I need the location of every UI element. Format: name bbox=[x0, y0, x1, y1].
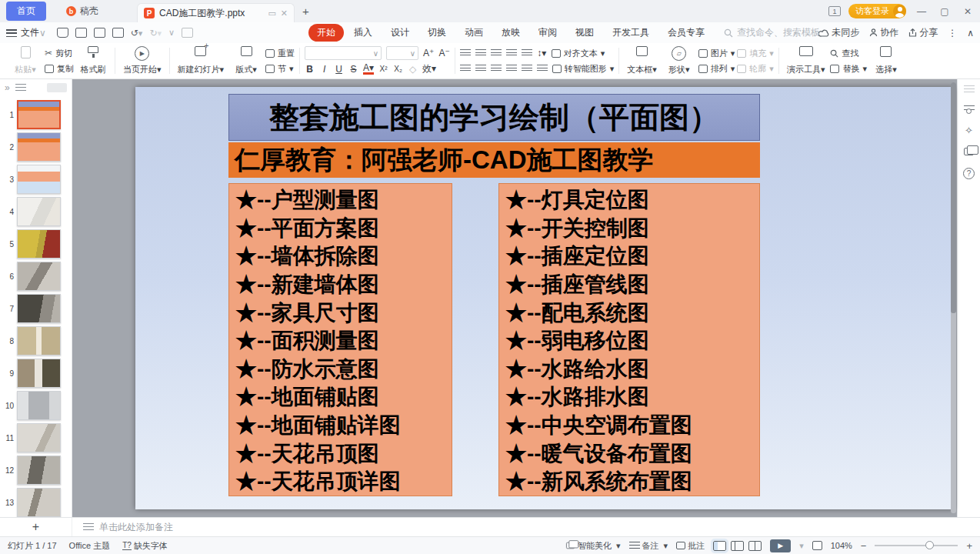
strikethrough-button[interactable]: S bbox=[348, 64, 358, 75]
more-quick-icons-chevron[interactable]: ∨ bbox=[168, 28, 175, 38]
subscript-button[interactable]: X₂ bbox=[393, 65, 403, 73]
copy-button[interactable]: 复制 bbox=[45, 62, 74, 75]
slide-sorter-view-icon[interactable] bbox=[731, 541, 744, 551]
thumbnail-preview[interactable] bbox=[17, 165, 61, 194]
outline-button[interactable]: 轮廓▾ bbox=[737, 62, 774, 75]
menu-tab-3[interactable]: 设计 bbox=[382, 24, 418, 42]
picture-button[interactable]: 图片▾ bbox=[698, 46, 735, 60]
smart-graphic-button[interactable]: 转智能图形▾ bbox=[552, 62, 615, 75]
command-search[interactable]: 查找命令、搜索模板 bbox=[724, 26, 820, 39]
maximize-button[interactable]: ▢ bbox=[937, 6, 952, 17]
replace-button[interactable]: 替换▾ bbox=[830, 62, 867, 75]
tab-close-icon[interactable]: ✕ bbox=[281, 8, 288, 18]
zoom-level[interactable]: 104% bbox=[831, 541, 852, 550]
format-painter-button[interactable]: 格式刷 bbox=[76, 45, 110, 77]
slide-thumbnail-13[interactable]: 13 bbox=[0, 487, 72, 517]
font-color-button[interactable]: A▾ bbox=[363, 64, 374, 75]
thumbnail-preview[interactable] bbox=[17, 262, 61, 291]
zoom-out-button[interactable]: − bbox=[861, 540, 867, 552]
line-spacing-icon[interactable] bbox=[522, 49, 532, 58]
thumbnail-preview[interactable] bbox=[17, 456, 61, 485]
thumbnail-preview[interactable] bbox=[17, 488, 61, 517]
align-right-icon[interactable] bbox=[491, 65, 502, 73]
menu-tab-1[interactable]: 开始 bbox=[308, 24, 344, 42]
menu-tab-4[interactable]: 切换 bbox=[419, 24, 455, 42]
slide-thumbnail-3[interactable]: 3 bbox=[0, 164, 72, 195]
font-size-combo[interactable]: ∨ bbox=[386, 46, 418, 60]
find-button[interactable]: 查找 bbox=[830, 46, 867, 60]
bullets-icon[interactable] bbox=[460, 49, 471, 58]
slide-thumbnail-11[interactable]: 11 bbox=[0, 422, 72, 453]
help-icon[interactable]: ? bbox=[963, 168, 975, 179]
home-tab[interactable]: 首页 bbox=[6, 2, 46, 21]
columns-icon[interactable] bbox=[537, 65, 548, 73]
canvas-scrollbar[interactable] bbox=[951, 82, 956, 513]
text-box-button[interactable]: 文本框▾ bbox=[624, 45, 660, 77]
present-tools-button[interactable]: 演示工具▾ bbox=[784, 45, 828, 77]
fill-button[interactable]: 填充▾ bbox=[737, 46, 774, 60]
cut-button[interactable]: ✂剪切 bbox=[45, 46, 74, 60]
notes-toggle-button[interactable]: 备注 ▾ bbox=[629, 540, 668, 552]
document-tab[interactable]: P CAD施工图教学.pptx ▭ ✕ bbox=[137, 3, 295, 22]
text-direction-icon[interactable]: ↕▾ bbox=[537, 48, 547, 58]
collaborate-button[interactable]: 协作 bbox=[869, 26, 898, 39]
normal-view-icon[interactable] bbox=[713, 541, 726, 551]
undo-icon[interactable]: ↺▾ bbox=[131, 28, 143, 38]
thumbnail-preview[interactable] bbox=[17, 423, 61, 452]
decrease-font-icon[interactable]: A⁻ bbox=[438, 48, 449, 58]
menu-tab-7[interactable]: 审阅 bbox=[530, 24, 565, 42]
minimize-button[interactable]: — bbox=[914, 6, 929, 17]
play-options-chevron[interactable]: ▾ bbox=[799, 541, 804, 551]
slide-thumbnail-5[interactable]: 5 bbox=[0, 229, 72, 259]
slide-subtitle-banner[interactable]: 仁厚教育：阿强老师-CAD施工图教学 bbox=[228, 142, 760, 178]
missing-font-warning[interactable]: T? 缺失字体 bbox=[122, 540, 168, 552]
guest-login-button[interactable]: 访客登录 bbox=[848, 4, 906, 18]
thumbnail-preview[interactable] bbox=[17, 326, 61, 355]
object-properties-icon[interactable] bbox=[964, 105, 975, 113]
slide-thumbnail-10[interactable]: 10 bbox=[0, 390, 72, 421]
tab-menu-icon[interactable]: ▭ bbox=[268, 8, 275, 18]
scrollbar-thumb[interactable] bbox=[951, 82, 956, 313]
slide-1[interactable]: 整套施工图的学习绘制（平面图） 仁厚教育：阿强老师-CAD施工图教学 ★--户型… bbox=[135, 87, 954, 509]
align-left-icon[interactable] bbox=[460, 65, 471, 73]
arrange-button[interactable]: 排列▾ bbox=[698, 62, 735, 75]
theme-name[interactable]: Office 主题 bbox=[69, 540, 111, 552]
slide-thumbnail-4[interactable]: 4 bbox=[0, 196, 72, 227]
reading-view-icon[interactable] bbox=[748, 541, 762, 551]
collapse-ribbon-icon[interactable]: ∧ bbox=[967, 28, 974, 38]
decrease-indent-icon[interactable] bbox=[491, 49, 502, 58]
collapse-panel-icon[interactable]: » bbox=[5, 82, 10, 93]
thumbnail-preview[interactable] bbox=[17, 294, 61, 323]
menu-tab-10[interactable]: 会员专享 bbox=[659, 24, 713, 42]
thumbnail-view-icon[interactable] bbox=[15, 84, 26, 92]
zoom-slider-knob[interactable] bbox=[925, 541, 934, 549]
section-button[interactable]: 节▾ bbox=[265, 62, 295, 75]
close-button[interactable]: ✕ bbox=[960, 6, 975, 17]
italic-button[interactable]: I bbox=[319, 64, 329, 75]
fit-to-window-icon[interactable] bbox=[812, 541, 822, 550]
store-tab[interactable]: b 稿壳 bbox=[57, 0, 108, 22]
customize-toolbar-icon[interactable] bbox=[182, 28, 193, 38]
redo-icon[interactable]: ↻▾ bbox=[149, 28, 162, 38]
thumbnail-preview[interactable] bbox=[17, 229, 61, 259]
slide-title[interactable]: 整套施工图的学习绘制（平面图） bbox=[228, 94, 760, 141]
menu-tab-5[interactable]: 动画 bbox=[456, 24, 492, 42]
menu-tab-9[interactable]: 开发工具 bbox=[604, 24, 658, 42]
save-icon[interactable] bbox=[57, 28, 68, 38]
new-slide-button[interactable]: 新建幻灯片▾ bbox=[175, 45, 228, 77]
editing-canvas[interactable]: 整套施工图的学习绘制（平面图） 仁厚教育：阿强老师-CAD施工图教学 ★--户型… bbox=[72, 79, 957, 517]
beautify-wand-icon[interactable]: ✧ bbox=[963, 125, 975, 135]
reset-button[interactable]: 重置 bbox=[265, 46, 295, 60]
menu-tab-2[interactable]: 插入 bbox=[345, 24, 381, 42]
print-icon[interactable] bbox=[94, 28, 105, 38]
file-menu-chevron-icon[interactable]: ∨ bbox=[39, 28, 46, 38]
thumbnail-preview[interactable] bbox=[17, 391, 61, 420]
slide-thumbnail-9[interactable]: 9 bbox=[0, 358, 72, 389]
select-button[interactable]: 选择▾ bbox=[869, 45, 903, 77]
notes-input[interactable]: 单击此处添加备注 bbox=[72, 518, 980, 536]
menu-tab-6[interactable]: 放映 bbox=[493, 24, 528, 42]
increase-indent-icon[interactable] bbox=[506, 49, 517, 58]
slide-thumbnail-7[interactable]: 7 bbox=[0, 293, 72, 324]
shapes-button[interactable]: ▱ 形状▾ bbox=[662, 45, 696, 77]
increase-font-icon[interactable]: A⁺ bbox=[423, 48, 434, 58]
